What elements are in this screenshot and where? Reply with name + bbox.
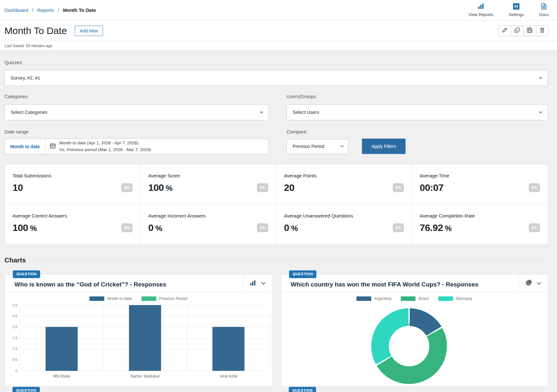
sliders-icon (513, 3, 519, 11)
stat-label: Average Completion Rate (420, 213, 540, 218)
nav-view-reports-label: View Reports (468, 12, 493, 17)
users-select[interactable]: Select Users (287, 104, 548, 120)
compare-label: Compare: (287, 129, 548, 134)
x-axis-label: Sachin Tendulkar (130, 374, 160, 379)
breadcrumb-current: Month To Date (63, 7, 96, 13)
stat-change-badge: 0% (257, 183, 268, 192)
gridline (103, 305, 104, 371)
pencil-icon (502, 27, 508, 34)
nav-view-reports[interactable]: View Reports (468, 3, 493, 17)
categories-select-placeholder: Select Categories (11, 110, 47, 115)
gridline (187, 305, 187, 371)
chart-type-button[interactable] (250, 280, 256, 287)
charts-heading-rule (33, 260, 548, 260)
duplicate-button[interactable] (511, 26, 523, 36)
apply-filters-button[interactable]: Apply Filters (362, 139, 406, 154)
bar[interactable] (212, 327, 244, 371)
breadcrumb-reports[interactable]: Reports (37, 7, 54, 13)
compare-select-value: Previous Period (293, 144, 324, 149)
legend-swatch (401, 296, 416, 301)
donut-chart-legend: ArgentinaBrazilGermany (281, 292, 548, 305)
legend-label: Brazil (418, 296, 428, 301)
page: Dashboard / Reports / Month To Date View… (0, 0, 557, 392)
breadcrumb: Dashboard / Reports / Month To Date (4, 7, 96, 13)
breadcrumb-separator: / (58, 7, 59, 13)
bar-chart-icon (477, 3, 484, 11)
stat-label: Average Unanswered Questions (284, 213, 404, 218)
stat-card: Average Points200% (276, 165, 412, 205)
header-nav: View Reports Settings Docs (468, 3, 549, 17)
next-chart-question-badge: QUESTION (289, 387, 316, 392)
stat-label: Average Correct Answers (13, 213, 133, 218)
categories-select[interactable]: Select Categories (4, 104, 269, 120)
stat-card: Average Incorrect Answers0%0% (141, 205, 276, 244)
collapse-chart-button[interactable] (537, 282, 541, 285)
date-range-preset-tab[interactable]: Month to date (5, 139, 46, 154)
chart-title: Who is known as the “God of Cricket”? - … (14, 278, 166, 288)
stat-label: Average Time (420, 173, 540, 178)
date-range-current: Month to date (Apr 1, 2026 - Apr 7, 2026… (59, 140, 151, 147)
legend-item[interactable]: Germany (438, 296, 472, 301)
stat-value: 0% (284, 222, 298, 233)
users-groups-label: Users/Groups (287, 94, 548, 99)
stat-value: 00:07 (420, 182, 445, 193)
legend-item[interactable]: Previous Period (141, 296, 187, 301)
stat-value: 100% (148, 182, 172, 193)
date-range-control[interactable]: Month to date Month to date (Apr 1, 2026… (4, 139, 269, 154)
breadcrumb-bar: Dashboard / Reports / Month To Date View… (0, 0, 557, 21)
bar-chart-mini-icon (250, 280, 256, 287)
bar-chart-legend: Month to datePrevious Period (5, 292, 272, 305)
stat-change-badge: 0% (121, 223, 133, 232)
save-button[interactable] (523, 26, 536, 36)
charts-heading: Charts (4, 256, 26, 264)
stat-change-badge: 0% (393, 183, 404, 192)
save-icon (527, 27, 533, 34)
chevron-down-icon (539, 77, 543, 79)
x-axis-label: MS Dhoni (53, 374, 70, 379)
charts-section-header: Charts (4, 256, 548, 264)
edit-button[interactable] (498, 26, 511, 36)
y-axis-tick: 1.5 (5, 336, 17, 340)
nav-docs-label: Docs (539, 12, 549, 17)
add-new-button[interactable]: Add New (75, 26, 103, 36)
breadcrumb-separator: / (32, 7, 33, 13)
chevron-down-icon (340, 145, 344, 148)
bar[interactable] (129, 305, 161, 371)
compare-select[interactable]: Previous Period (287, 139, 348, 154)
users-select-placeholder: Select Users (293, 110, 319, 115)
stat-value: 76.92% (420, 222, 451, 233)
stat-change-badge: 0% (257, 223, 268, 232)
filters-panel: Quizzes Survey, #2, #1 Categories Select… (0, 60, 557, 387)
chart-card-fifa: QUESTION Which country has won the most … (281, 274, 548, 387)
chart-card-header: Who is known as the “God of Cricket”? - … (5, 275, 272, 292)
legend-item[interactable]: Month to date (90, 296, 132, 301)
nav-settings[interactable]: Settings (509, 3, 524, 17)
chevron-down-icon (537, 282, 541, 285)
legend-item[interactable]: Brazil (401, 296, 428, 301)
stat-value: 0% (148, 222, 162, 233)
delete-button[interactable] (536, 26, 548, 36)
legend-item[interactable]: Argentina (356, 296, 391, 301)
quizzes-select[interactable]: Survey, #2, #1 (4, 70, 548, 86)
trash-icon (539, 27, 545, 34)
bar[interactable] (46, 327, 78, 371)
gridline (270, 305, 270, 371)
chart-title: Which country has won the most FIFA Worl… (291, 278, 478, 288)
y-axis-tick: 3.0 (5, 303, 17, 307)
nav-docs[interactable]: Docs (539, 3, 549, 17)
y-axis-tick: 0 (5, 369, 17, 373)
legend-label: Previous Period (159, 296, 187, 301)
stat-change-badge: 0% (529, 223, 540, 232)
gridline (20, 305, 20, 371)
stat-value: 10 (13, 182, 25, 193)
legend-label: Argentina (374, 296, 391, 301)
chart-type-button[interactable] (525, 280, 532, 287)
legend-swatch (356, 296, 371, 301)
legend-swatch (141, 296, 156, 301)
collapse-chart-button[interactable] (261, 282, 266, 285)
breadcrumb-dashboard[interactable]: Dashboard (4, 7, 28, 13)
title-bar: Month To Date Add New (0, 21, 557, 41)
legend-swatch (438, 296, 453, 301)
stat-value: 100% (13, 222, 37, 233)
quizzes-select-value: Survey, #2, #1 (11, 75, 40, 81)
